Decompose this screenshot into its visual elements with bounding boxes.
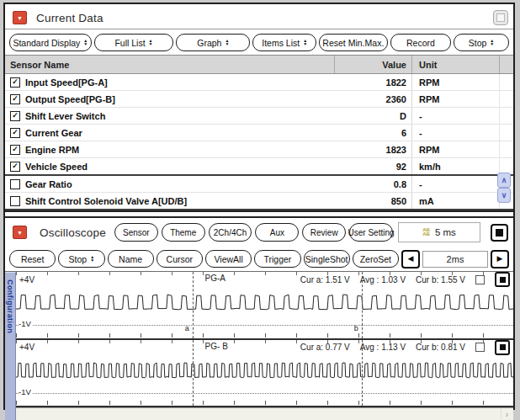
cursor-a-label: a xyxy=(185,324,189,332)
items-list-select[interactable]: Items List▲▼ xyxy=(252,34,316,51)
row-checkbox[interactable]: ✓ xyxy=(10,128,20,138)
table-row[interactable]: Shift Control Solenoid Valve A[UD/B] 850… xyxy=(5,193,513,210)
app-window: ▼ Current Data Standard Display▲▼ Full L… xyxy=(3,3,515,410)
oscilloscope-body: Configuration +4V Cur a: 1.51 V Avg : 1.… xyxy=(5,272,513,420)
table-row[interactable]: ✓Current Gear 6 - xyxy=(5,125,513,141)
channel-checkbox[interactable] xyxy=(475,275,485,284)
stepper-icon: ▲▼ xyxy=(90,256,94,262)
row-checkbox[interactable] xyxy=(10,196,20,206)
sensor-unit: mA xyxy=(411,193,499,209)
sensor-unit: RPM xyxy=(411,141,499,157)
header-sensor-name: Sensor Name xyxy=(5,60,334,70)
timebase-increase-button[interactable]: ▶ xyxy=(491,250,509,268)
name-button[interactable]: Name xyxy=(108,250,154,268)
sensor-value: 1822 xyxy=(334,74,411,90)
full-list-select[interactable]: Full List▲▼ xyxy=(94,34,174,51)
maximize-icon xyxy=(496,13,505,22)
sensor-name: Input Speed[PG-A] xyxy=(25,77,108,88)
table-row[interactable]: ✓Shift Lever Switch D - xyxy=(5,108,513,125)
scope-stop-square-button[interactable] xyxy=(491,224,508,242)
maximize-button[interactable] xyxy=(493,10,508,25)
header-spacer xyxy=(499,56,513,73)
channel-top-voltage-label: +4V xyxy=(19,343,34,352)
stepper-icon: ▲▼ xyxy=(303,40,307,45)
viewall-button[interactable]: ViewAll xyxy=(205,250,252,268)
sensor-unit: - xyxy=(411,125,499,141)
table-row[interactable]: ✓Engine RPM 1823 RPM xyxy=(5,141,513,158)
table-row[interactable]: ✓Vehicle Speed 92 km/h xyxy=(5,158,513,176)
table-header-row: Sensor Name Value Unit xyxy=(5,56,513,74)
row-checkbox[interactable]: ✓ xyxy=(10,111,20,121)
row-checkbox[interactable]: ✓ xyxy=(10,145,20,155)
scroll-right-arrow[interactable]: › xyxy=(501,409,512,419)
bottom-tick-marks xyxy=(16,333,513,338)
cursor-a-value: Cur a: 0.77 V xyxy=(300,343,350,352)
review-button[interactable]: Review xyxy=(302,223,346,242)
square-icon xyxy=(496,229,503,237)
sensor-unit: km/h xyxy=(411,158,499,174)
zeroset-button[interactable]: ZeroSet xyxy=(353,250,399,268)
row-checkbox[interactable] xyxy=(10,179,20,189)
aux-button[interactable]: Aux xyxy=(255,223,299,242)
sensor-name: Engine RPM xyxy=(25,145,79,155)
channel-header: +4V Cur a: 1.51 V Avg : 1.03 V Cur b: 1.… xyxy=(16,274,513,285)
channel-bottom-voltage-label: -1V xyxy=(19,387,33,396)
acquisition-time-display: ABAB 5 ms xyxy=(398,222,480,242)
sensor-value: 2360 xyxy=(334,91,411,107)
sensor-unit: - xyxy=(411,108,499,124)
cursor-b-value: Cur b: 1.55 V xyxy=(416,275,465,284)
sensor-name: Shift Lever Switch xyxy=(25,111,105,121)
sensor-value: 1823 xyxy=(334,141,411,157)
cursor-a-line[interactable] xyxy=(193,340,194,407)
channel-pgb: +4V Cur a: 0.77 V Avg : 1.13 V Cur b: 0.… xyxy=(16,340,513,408)
cursor-b-line[interactable] xyxy=(362,340,363,407)
scroll-up-button[interactable]: ∧ xyxy=(497,173,511,188)
channel-header: +4V Cur a: 0.77 V Avg : 1.13 V Cur b: 0.… xyxy=(16,342,513,354)
row-checkbox[interactable]: ✓ xyxy=(10,162,20,172)
table-row[interactable]: ✓Input Speed[PG-A] 1822 RPM xyxy=(5,74,513,91)
sensor-value: D xyxy=(334,108,411,124)
scroll-down-button[interactable]: ∨ xyxy=(497,188,511,203)
channel-checkbox[interactable] xyxy=(475,343,485,352)
bottom-tick-marks xyxy=(16,401,513,405)
panel-dropdown-icon[interactable]: ▼ xyxy=(13,226,27,239)
horizontal-scrollbar[interactable]: › xyxy=(16,407,513,420)
record-button[interactable]: Record xyxy=(390,34,451,51)
current-data-titlebar: ▼ Current Data xyxy=(5,4,513,29)
configuration-tab[interactable]: Configuration xyxy=(5,272,16,420)
singleshot-button[interactable]: SingleShot xyxy=(304,250,350,268)
theme-button[interactable]: Theme xyxy=(162,223,205,242)
trigger-button[interactable]: Trigger xyxy=(254,250,300,268)
square-icon xyxy=(500,344,506,350)
cursor-a-line[interactable] xyxy=(193,272,194,338)
row-checkbox[interactable]: ✓ xyxy=(10,77,20,88)
cursor-b-line[interactable] xyxy=(362,272,363,338)
stepper-icon: ▲▼ xyxy=(149,40,153,45)
reset-minmax-button[interactable]: Reset Min.Max. xyxy=(319,34,388,51)
sensor-name: Vehicle Speed xyxy=(25,162,88,172)
dropdown-glyph: ▼ xyxy=(17,15,23,21)
cursor-b-value: Cur b: 0.81 V xyxy=(416,343,465,352)
cursor-button[interactable]: Cursor xyxy=(157,250,203,268)
2ch-4ch-button[interactable]: 2Ch/4Ch xyxy=(209,223,252,242)
sensor-value: 0.8 xyxy=(334,176,411,192)
channel-name-label: PG- B xyxy=(205,342,228,351)
oscilloscope-titlebar: ▼ Oscilloscope Sensor Theme 2Ch/4Ch Aux … xyxy=(5,218,513,247)
stepper-icon: ▲▼ xyxy=(490,40,494,45)
user-setting-button[interactable]: User Setting xyxy=(349,223,393,242)
waveform-pgb xyxy=(16,353,513,391)
row-checkbox[interactable]: ✓ xyxy=(10,94,20,104)
sensor-unit: RPM xyxy=(411,74,499,90)
stop-select[interactable]: Stop▲▼ xyxy=(58,250,104,268)
table-row[interactable]: Gear Ratio 0.8 - xyxy=(5,176,513,193)
standard-display-select[interactable]: Standard Display▲▼ xyxy=(9,34,92,51)
timebase-decrease-button[interactable]: ◀ xyxy=(401,250,420,268)
graph-select[interactable]: Graph▲▼ xyxy=(176,34,250,51)
table-row[interactable]: ✓Output Speed[PG-B] 2360 RPM xyxy=(5,91,513,108)
oscilloscope-toolbar: Reset Stop▲▼ Name Cursor ViewAll Trigger… xyxy=(5,247,513,272)
reset-button[interactable]: Reset xyxy=(9,250,56,268)
stop-select[interactable]: Stop▲▼ xyxy=(454,34,509,51)
sensor-button[interactable]: Sensor xyxy=(114,223,158,242)
stepper-icon: ▲▼ xyxy=(225,40,229,45)
panel-dropdown-icon[interactable]: ▼ xyxy=(13,11,27,24)
